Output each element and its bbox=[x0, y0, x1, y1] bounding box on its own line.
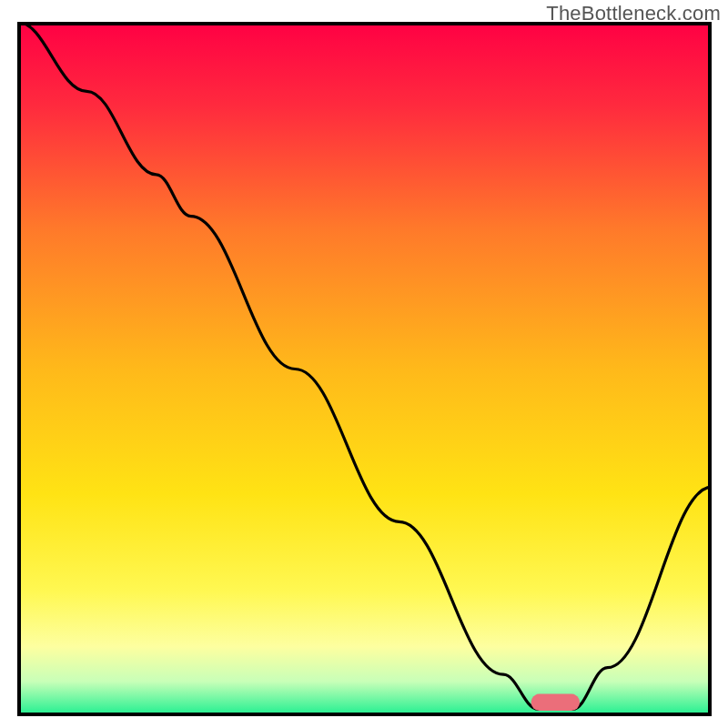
watermark-text: TheBottleneck.com bbox=[546, 2, 721, 25]
svg-rect-1 bbox=[531, 694, 580, 711]
optimal-marker bbox=[17, 22, 712, 716]
chart-canvas bbox=[17, 22, 712, 716]
